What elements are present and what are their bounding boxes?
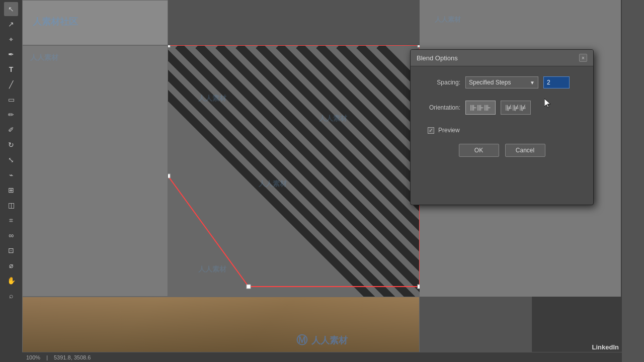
tool-pencil[interactable]: ✐ bbox=[4, 123, 18, 137]
tool-pen[interactable]: ✒ bbox=[4, 47, 18, 61]
mid-watermark: 人人素材 bbox=[23, 46, 168, 70]
spacing-row: Spacing: Specified Steps ▼ bbox=[423, 76, 581, 88]
linkedin-badge: LinkedIn bbox=[592, 343, 619, 351]
dropdown-arrow-icon: ▼ bbox=[530, 80, 535, 85]
top-watermark-text: 人素材社区 bbox=[23, 1, 168, 43]
svg-text:人人素材: 人人素材 bbox=[318, 114, 348, 122]
align-to-path-icon: ⊯⊯⊯ bbox=[505, 103, 526, 113]
tool-zoom[interactable]: ⌕ bbox=[4, 289, 18, 303]
diagonal-lines-svg: 人人素材 人人素材 人人素材 人人素材 bbox=[168, 45, 420, 297]
tool-warp[interactable]: ⌁ bbox=[4, 168, 18, 182]
tool-brush[interactable]: ✏ bbox=[4, 108, 18, 122]
watermark-symbol: Ⓜ bbox=[296, 333, 307, 348]
spacing-label: Spacing: bbox=[423, 79, 460, 86]
orientation-align-to-page-button[interactable]: ⊪⊪⊪ bbox=[465, 101, 496, 115]
cancel-button[interactable]: Cancel bbox=[505, 144, 545, 157]
tool-artboard[interactable]: ⊡ bbox=[4, 243, 18, 257]
dialog-title: Blend Options bbox=[417, 54, 458, 62]
tool-slice[interactable]: ⌀ bbox=[4, 258, 18, 273]
svg-text:人人素材: 人人素材 bbox=[198, 94, 227, 102]
watermark-text: 人人素材 bbox=[311, 334, 348, 346]
spacing-value-input[interactable] bbox=[543, 76, 570, 88]
panel-bottom-photo bbox=[22, 297, 420, 357]
main-canvas: 人人素材 人人素材 人人素材 人人素材 bbox=[168, 45, 420, 297]
spacing-dropdown[interactable]: Specified Steps ▼ bbox=[465, 76, 538, 88]
right-watermark: 人人素材 bbox=[420, 0, 621, 39]
orientation-label: Orientation: bbox=[423, 104, 460, 111]
center-watermark: Ⓜ 人人素材 bbox=[296, 333, 348, 348]
preview-row: ✓ Preview bbox=[423, 127, 581, 134]
tool-direct-select[interactable]: ↗ bbox=[4, 17, 18, 31]
spacing-dropdown-value: Specified Steps bbox=[469, 79, 511, 86]
tool-line[interactable]: ╱ bbox=[4, 77, 18, 92]
tool-graph[interactable]: ⊞ bbox=[4, 183, 18, 197]
tool-gradient[interactable]: ◫ bbox=[4, 198, 18, 212]
separator: | bbox=[46, 354, 48, 360]
dialog-buttons: OK Cancel bbox=[423, 144, 581, 157]
tool-hand[interactable]: ✋ bbox=[4, 274, 18, 288]
tool-type[interactable]: T bbox=[4, 62, 18, 76]
tool-blend[interactable]: ∞ bbox=[4, 228, 18, 242]
preview-label: Preview bbox=[438, 127, 460, 134]
left-toolbar: ↖ ↗ ⌖ ✒ T ╱ ▭ ✏ ✐ ↻ ⤡ ⌁ ⊞ ◫ ⌗ ∞ ⊡ ⌀ ✋ ⌕ bbox=[0, 0, 22, 362]
blend-options-dialog: Blend Options × Spacing: Specified Steps… bbox=[410, 49, 594, 205]
tool-scale[interactable]: ⤡ bbox=[4, 153, 18, 167]
tool-rotate[interactable]: ↻ bbox=[4, 138, 18, 152]
preview-checkbox[interactable]: ✓ bbox=[428, 127, 434, 134]
orientation-align-to-path-button[interactable]: ⊯⊯⊯ bbox=[501, 101, 531, 115]
svg-text:人人素材: 人人素材 bbox=[198, 265, 227, 273]
align-to-page-icon: ⊪⊪⊪ bbox=[470, 103, 491, 113]
ok-button[interactable]: OK bbox=[459, 144, 499, 157]
panel-top-left: 人素材社区 bbox=[22, 0, 168, 45]
status-bar: 100% | 5391.8, 3508.6 bbox=[22, 352, 622, 362]
zoom-level: 100% bbox=[26, 354, 40, 360]
tool-lasso[interactable]: ⌖ bbox=[4, 32, 18, 46]
dialog-close-button[interactable]: × bbox=[579, 54, 587, 62]
dialog-titlebar: Blend Options × bbox=[411, 50, 593, 66]
panel-left-mid: 人人素材 bbox=[22, 45, 168, 297]
tool-select[interactable]: ↖ bbox=[4, 2, 18, 16]
tool-eyedropper[interactable]: ⌗ bbox=[4, 213, 18, 227]
svg-text:人人素材: 人人素材 bbox=[258, 179, 287, 188]
position-display: 5391.8, 3508.6 bbox=[54, 354, 91, 360]
tool-rect[interactable]: ▭ bbox=[4, 93, 18, 107]
orientation-row: Orientation: ⊪⊪⊪ ⊯⊯⊯ bbox=[423, 101, 581, 115]
dialog-body: Spacing: Specified Steps ▼ Orientation: … bbox=[411, 66, 593, 167]
